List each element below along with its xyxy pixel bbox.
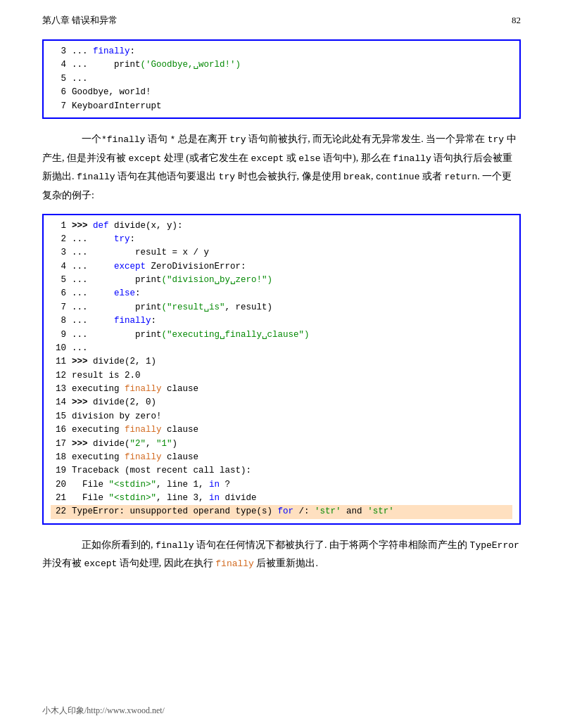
code-line: 6 Goodbye, world! [51, 86, 512, 99]
code-line: 16 executing finally clause [51, 423, 512, 437]
code-line: 10 ... [51, 342, 512, 355]
line-number: 14 [51, 396, 66, 409]
code-line: 12 result is 2.0 [51, 369, 512, 383]
code-content: KeyboardInterrupt [72, 100, 512, 113]
line-number: 5 [51, 274, 66, 287]
code-content: ... [72, 72, 512, 86]
code-block-2: 1 >>> def divide(x, y): 2 ... try: 3 ...… [42, 214, 521, 525]
code-line: 7 ... print("result␣is", result) [51, 301, 512, 314]
footer-text: 小木人印象/http://www.xwood.net/ [42, 705, 165, 715]
code-content: executing finally clause [72, 451, 512, 464]
code-content: division by zero! [72, 410, 512, 423]
chapter-title: 第八章 错误和异常 [42, 14, 118, 27]
code-line: 1 >>> def divide(x, y): [51, 219, 512, 233]
line-number: 11 [51, 355, 66, 369]
line-number: 15 [51, 410, 66, 423]
line-number: 10 [51, 342, 66, 355]
code-content: executing finally clause [72, 383, 512, 396]
code-content: ... try: [72, 233, 512, 246]
code-block-1: 3 ... finally: 4 ... print('Goodbye,␣wor… [42, 39, 521, 119]
code-content: TypeError: unsupported operand type(s) f… [72, 505, 512, 518]
code-line: 2 ... try: [51, 233, 512, 246]
code-line: 4 ... print('Goodbye,␣world!') [51, 58, 512, 72]
code-content: ... print("division␣by␣zero!") [72, 274, 512, 287]
line-number: 7 [51, 301, 66, 314]
code-line: 8 ... finally: [51, 314, 512, 328]
code-content: File "<stdin>", line 3, in divide [72, 492, 512, 505]
code-content: >>> divide("2", "1") [72, 438, 512, 451]
code-line: 5 ... print("division␣by␣zero!") [51, 274, 512, 287]
code-line: 18 executing finally clause [51, 451, 512, 464]
paragraph-1: 一个*finally 语句 * 总是在离开 try 语句前被执行, 而无论此处有… [42, 130, 521, 205]
line-number: 3 [51, 45, 66, 58]
code-content: ... else: [72, 287, 512, 300]
code-line: 4 ... except ZeroDivisionError: [51, 260, 512, 274]
code-content: result is 2.0 [72, 369, 512, 383]
page-header: 第八章 错误和异常 82 [42, 14, 521, 27]
line-number: 4 [51, 260, 66, 274]
line-number: 16 [51, 423, 66, 437]
line-number: 13 [51, 383, 66, 396]
code-content: >>> def divide(x, y): [72, 219, 512, 233]
line-number: 2 [51, 233, 66, 246]
line-number: 18 [51, 451, 66, 464]
code-content: ... finally: [72, 45, 512, 58]
paragraph-2: 正如你所看到的, finally 语句在任何情况下都被执行了. 由于将两个字符串… [42, 536, 521, 573]
code-content: ... finally: [72, 314, 512, 328]
code-content: ... print('Goodbye,␣world!') [72, 58, 512, 72]
code-line: 11 >>> divide(2, 1) [51, 355, 512, 369]
code-content: ... except ZeroDivisionError: [72, 260, 512, 274]
code-content: >>> divide(2, 1) [72, 355, 512, 369]
code-content: Traceback (most recent call last): [72, 464, 512, 478]
line-number: 17 [51, 438, 66, 451]
code-content: ... print("executing␣finally␣clause") [72, 328, 512, 342]
code-line: 7 KeyboardInterrupt [51, 100, 512, 113]
code-content: Goodbye, world! [72, 86, 512, 99]
line-number: 21 [51, 492, 66, 505]
code-content: executing finally clause [72, 423, 512, 437]
line-number: 8 [51, 314, 66, 328]
code-content: ... result = x / y [72, 246, 512, 260]
code-line: 20 File "<stdin>", line 1, in ? [51, 478, 512, 492]
line-number: 6 [51, 86, 66, 99]
code-line: 22 TypeError: unsupported operand type(s… [51, 505, 512, 518]
code-content: ... print("result␣is", result) [72, 301, 512, 314]
line-number: 3 [51, 246, 66, 260]
code-line: 19 Traceback (most recent call last): [51, 464, 512, 478]
line-number: 4 [51, 58, 66, 72]
code-content: File "<stdin>", line 1, in ? [72, 478, 512, 492]
code-content: ... [72, 342, 512, 355]
line-number: 6 [51, 287, 66, 300]
code-line: 3 ... finally: [51, 45, 512, 58]
code-line: 17 >>> divide("2", "1") [51, 438, 512, 451]
code-line: 6 ... else: [51, 287, 512, 300]
line-number: 20 [51, 478, 66, 492]
line-number: 22 [51, 505, 66, 518]
code-content: >>> divide(2, 0) [72, 396, 512, 409]
page-number: 82 [512, 15, 521, 26]
line-number: 19 [51, 464, 66, 478]
code-line: 21 File "<stdin>", line 3, in divide [51, 492, 512, 505]
line-number: 7 [51, 100, 66, 113]
code-line: 3 ... result = x / y [51, 246, 512, 260]
line-number: 9 [51, 328, 66, 342]
code-line: 13 executing finally clause [51, 383, 512, 396]
line-number: 5 [51, 72, 66, 86]
line-number: 12 [51, 369, 66, 383]
code-line: 5 ... [51, 72, 512, 86]
footer: 小木人印象/http://www.xwood.net/ [42, 705, 165, 717]
code-line: 9 ... print("executing␣finally␣clause") [51, 328, 512, 342]
code-line: 14 >>> divide(2, 0) [51, 396, 512, 409]
line-number: 1 [51, 219, 66, 233]
code-line: 15 division by zero! [51, 410, 512, 423]
